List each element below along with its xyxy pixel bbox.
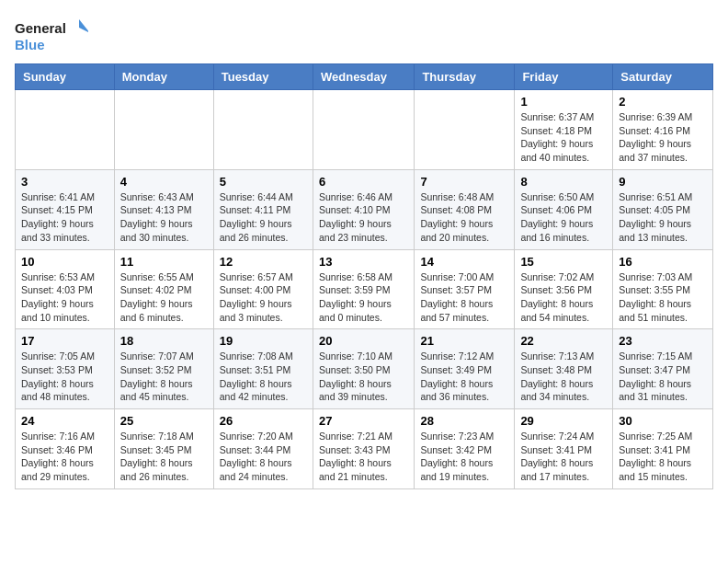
day-info: Sunrise: 7:07 AM Sunset: 3:52 PM Dayligh… — [120, 350, 208, 404]
day-info: Sunrise: 6:50 AM Sunset: 4:06 PM Dayligh… — [520, 190, 607, 245]
day-number: 30 — [619, 414, 707, 428]
day-number: 14 — [420, 255, 508, 269]
day-info: Sunrise: 6:53 AM Sunset: 4:03 PM Dayligh… — [21, 270, 108, 325]
calendar-week-row: 17Sunrise: 7:05 AM Sunset: 3:53 PM Dayli… — [16, 329, 713, 409]
calendar-cell — [114, 90, 213, 170]
day-info: Sunrise: 7:24 AM Sunset: 3:41 PM Dayligh… — [520, 430, 607, 484]
calendar-cell: 13Sunrise: 6:58 AM Sunset: 3:59 PM Dayli… — [313, 249, 414, 329]
day-number: 20 — [319, 334, 408, 348]
day-info: Sunrise: 6:57 AM Sunset: 4:00 PM Dayligh… — [220, 270, 307, 325]
calendar-cell — [313, 90, 414, 170]
column-header-sunday: Sunday — [16, 64, 115, 90]
logo: General Blue — [15, 15, 88, 56]
day-info: Sunrise: 6:39 AM Sunset: 4:16 PM Dayligh… — [619, 110, 707, 165]
day-number: 28 — [420, 414, 508, 428]
calendar-week-row: 24Sunrise: 7:16 AM Sunset: 3:46 PM Dayli… — [16, 409, 713, 489]
day-number: 19 — [220, 334, 307, 348]
day-number: 17 — [21, 334, 108, 348]
day-number: 1 — [520, 95, 607, 109]
calendar-week-row: 1Sunrise: 6:37 AM Sunset: 4:18 PM Daylig… — [16, 90, 713, 170]
calendar-cell: 26Sunrise: 7:20 AM Sunset: 3:44 PM Dayli… — [213, 409, 313, 489]
calendar-cell: 5Sunrise: 6:44 AM Sunset: 4:11 PM Daylig… — [213, 169, 313, 249]
svg-marker-2 — [79, 19, 88, 33]
calendar-cell: 29Sunrise: 7:24 AM Sunset: 3:41 PM Dayli… — [515, 409, 613, 489]
calendar-cell: 23Sunrise: 7:15 AM Sunset: 3:47 PM Dayli… — [613, 329, 713, 409]
day-number: 23 — [619, 334, 707, 348]
day-info: Sunrise: 7:18 AM Sunset: 3:45 PM Dayligh… — [120, 430, 208, 484]
calendar-cell: 22Sunrise: 7:13 AM Sunset: 3:48 PM Dayli… — [515, 329, 613, 409]
calendar-cell: 10Sunrise: 6:53 AM Sunset: 4:03 PM Dayli… — [16, 249, 115, 329]
calendar-cell: 19Sunrise: 7:08 AM Sunset: 3:51 PM Dayli… — [213, 329, 313, 409]
day-info: Sunrise: 7:23 AM Sunset: 3:42 PM Dayligh… — [420, 430, 508, 484]
day-info: Sunrise: 7:00 AM Sunset: 3:57 PM Dayligh… — [420, 270, 508, 325]
day-info: Sunrise: 6:43 AM Sunset: 4:13 PM Dayligh… — [120, 190, 208, 245]
calendar-cell: 4Sunrise: 6:43 AM Sunset: 4:13 PM Daylig… — [114, 169, 213, 249]
column-header-monday: Monday — [114, 64, 213, 90]
calendar-cell: 11Sunrise: 6:55 AM Sunset: 4:02 PM Dayli… — [114, 249, 213, 329]
day-info: Sunrise: 6:48 AM Sunset: 4:08 PM Dayligh… — [420, 190, 508, 245]
calendar-week-row: 10Sunrise: 6:53 AM Sunset: 4:03 PM Dayli… — [16, 249, 713, 329]
day-number: 5 — [220, 175, 307, 189]
calendar-cell: 21Sunrise: 7:12 AM Sunset: 3:49 PM Dayli… — [415, 329, 515, 409]
column-header-saturday: Saturday — [613, 64, 713, 90]
day-number: 12 — [220, 255, 307, 269]
calendar-cell: 3Sunrise: 6:41 AM Sunset: 4:15 PM Daylig… — [16, 169, 115, 249]
calendar-cell: 9Sunrise: 6:51 AM Sunset: 4:05 PM Daylig… — [613, 169, 713, 249]
calendar-table: SundayMondayTuesdayWednesdayThursdayFrid… — [15, 63, 713, 489]
day-number: 15 — [520, 255, 607, 269]
day-info: Sunrise: 7:05 AM Sunset: 3:53 PM Dayligh… — [21, 350, 108, 404]
day-number: 24 — [21, 414, 108, 428]
calendar-cell: 28Sunrise: 7:23 AM Sunset: 3:42 PM Dayli… — [415, 409, 515, 489]
svg-text:Blue: Blue — [15, 37, 45, 52]
calendar-header-row: SundayMondayTuesdayWednesdayThursdayFrid… — [16, 64, 713, 90]
day-number: 26 — [220, 414, 307, 428]
day-info: Sunrise: 6:58 AM Sunset: 3:59 PM Dayligh… — [319, 270, 408, 325]
day-number: 13 — [319, 255, 408, 269]
day-number: 10 — [21, 255, 108, 269]
calendar-cell: 24Sunrise: 7:16 AM Sunset: 3:46 PM Dayli… — [16, 409, 115, 489]
day-info: Sunrise: 7:25 AM Sunset: 3:41 PM Dayligh… — [619, 430, 707, 484]
day-number: 8 — [520, 175, 607, 189]
day-info: Sunrise: 7:15 AM Sunset: 3:47 PM Dayligh… — [619, 350, 707, 404]
day-number: 16 — [619, 255, 707, 269]
calendar-cell: 1Sunrise: 6:37 AM Sunset: 4:18 PM Daylig… — [515, 90, 613, 170]
calendar-cell: 15Sunrise: 7:02 AM Sunset: 3:56 PM Dayli… — [515, 249, 613, 329]
calendar-cell: 8Sunrise: 6:50 AM Sunset: 4:06 PM Daylig… — [515, 169, 613, 249]
day-info: Sunrise: 7:16 AM Sunset: 3:46 PM Dayligh… — [21, 430, 108, 484]
day-info: Sunrise: 7:21 AM Sunset: 3:43 PM Dayligh… — [319, 430, 408, 484]
calendar-cell: 6Sunrise: 6:46 AM Sunset: 4:10 PM Daylig… — [313, 169, 414, 249]
calendar-cell: 18Sunrise: 7:07 AM Sunset: 3:52 PM Dayli… — [114, 329, 213, 409]
calendar-cell: 27Sunrise: 7:21 AM Sunset: 3:43 PM Dayli… — [313, 409, 414, 489]
calendar-cell — [213, 90, 313, 170]
calendar-cell — [415, 90, 515, 170]
day-info: Sunrise: 7:13 AM Sunset: 3:48 PM Dayligh… — [520, 350, 607, 404]
day-number: 27 — [319, 414, 408, 428]
calendar-cell: 7Sunrise: 6:48 AM Sunset: 4:08 PM Daylig… — [415, 169, 515, 249]
day-number: 11 — [120, 255, 208, 269]
svg-text:General: General — [15, 20, 66, 36]
calendar-cell: 14Sunrise: 7:00 AM Sunset: 3:57 PM Dayli… — [415, 249, 515, 329]
calendar-cell: 20Sunrise: 7:10 AM Sunset: 3:50 PM Dayli… — [313, 329, 414, 409]
day-number: 9 — [619, 175, 707, 189]
day-info: Sunrise: 6:55 AM Sunset: 4:02 PM Dayligh… — [120, 270, 208, 325]
calendar-cell: 25Sunrise: 7:18 AM Sunset: 3:45 PM Dayli… — [114, 409, 213, 489]
day-info: Sunrise: 7:02 AM Sunset: 3:56 PM Dayligh… — [520, 270, 607, 325]
calendar-cell: 16Sunrise: 7:03 AM Sunset: 3:55 PM Dayli… — [613, 249, 713, 329]
day-info: Sunrise: 6:41 AM Sunset: 4:15 PM Dayligh… — [21, 190, 108, 245]
calendar-cell: 2Sunrise: 6:39 AM Sunset: 4:16 PM Daylig… — [613, 90, 713, 170]
day-number: 4 — [120, 175, 208, 189]
day-number: 25 — [120, 414, 208, 428]
day-info: Sunrise: 7:12 AM Sunset: 3:49 PM Dayligh… — [420, 350, 508, 404]
day-info: Sunrise: 7:20 AM Sunset: 3:44 PM Dayligh… — [220, 430, 307, 484]
day-info: Sunrise: 6:51 AM Sunset: 4:05 PM Dayligh… — [619, 190, 707, 245]
day-number: 21 — [420, 334, 508, 348]
day-number: 29 — [520, 414, 607, 428]
day-number: 6 — [319, 175, 408, 189]
day-info: Sunrise: 6:37 AM Sunset: 4:18 PM Dayligh… — [520, 110, 607, 165]
column-header-friday: Friday — [515, 64, 613, 90]
column-header-tuesday: Tuesday — [213, 64, 313, 90]
day-number: 22 — [520, 334, 607, 348]
day-number: 18 — [120, 334, 208, 348]
day-number: 7 — [420, 175, 508, 189]
day-number: 2 — [619, 95, 707, 109]
